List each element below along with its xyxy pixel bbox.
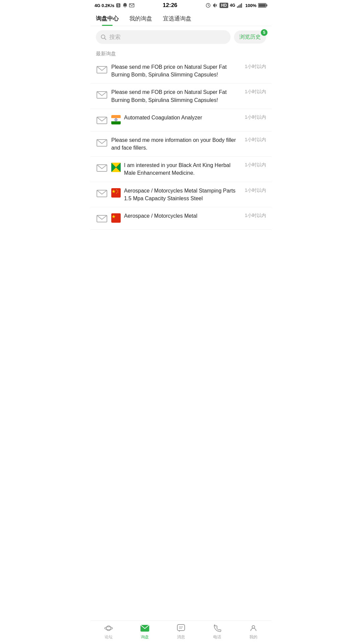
inquiry-content: Please send me more information on your … — [111, 136, 242, 152]
bell-icon — [122, 3, 128, 8]
svg-rect-9 — [241, 3, 242, 8]
inquiry-text: I am interested in your Black Ant King H… — [124, 162, 231, 176]
flag-china — [111, 188, 121, 198]
svg-point-22 — [116, 119, 116, 120]
browse-history-badge: 5 — [261, 29, 267, 36]
inquiry-text: Please send me FOB price on Natural Supe… — [111, 64, 227, 77]
svg-rect-12 — [266, 4, 267, 6]
search-icon — [101, 34, 107, 40]
svg-rect-11 — [258, 4, 265, 7]
list-item[interactable]: Automated Coagulation Analyzer 1小时以内 — [90, 109, 272, 131]
inquiry-text: Please send me FOB price on Natural Supe… — [111, 89, 227, 103]
svg-rect-6 — [237, 6, 238, 8]
inquiry-content: Aerospace / Motorcycles Metal — [124, 212, 242, 220]
mail-icon — [96, 213, 108, 225]
battery-percent: 100% — [245, 3, 256, 8]
svg-line-14 — [105, 38, 106, 40]
inquiry-time: 1小时以内 — [245, 64, 266, 70]
mail-icon — [96, 64, 108, 76]
tab-inquiry-center[interactable]: 询盘中心 — [96, 11, 119, 26]
search-row: 搜索 浏览历史 5 — [90, 26, 272, 48]
search-placeholder: 搜索 — [109, 33, 121, 41]
svg-rect-8 — [240, 4, 241, 8]
signal-bars — [237, 3, 244, 8]
hd-badge: HD — [220, 3, 228, 8]
status-time: 12:26 — [163, 2, 177, 9]
mail-icon — [96, 137, 108, 149]
svg-rect-18 — [111, 115, 121, 118]
inquiry-content: Aerospace / Motorcycles Metal Stamping P… — [124, 187, 242, 202]
svg-rect-20 — [111, 121, 121, 124]
section-title: 最新询盘 — [90, 48, 272, 58]
status-bar: 4G 0.2K/s S 12:26 HD 4G 100% — [90, 0, 272, 11]
svg-rect-7 — [238, 5, 239, 8]
inquiry-time: 1小时以内 — [245, 137, 266, 143]
inquiry-content: I am interested in your Black Ant King H… — [124, 161, 242, 177]
list-item[interactable]: Please send me FOB price on Natural Supe… — [90, 84, 272, 109]
svg-text:S: S — [117, 4, 120, 7]
inquiry-content: Please send me FOB price on Natural Supe… — [111, 88, 242, 104]
mail-icon — [96, 187, 108, 200]
status-left: 4G 0.2K/s S — [95, 3, 134, 8]
clock-icon — [205, 3, 211, 8]
browse-history-label: 浏览历史 — [239, 34, 261, 41]
mail-check-icon — [129, 3, 134, 8]
tab-selected-inquiry[interactable]: 宜选通询盘 — [163, 11, 191, 26]
mute-icon — [213, 3, 218, 8]
mail-icon — [96, 89, 108, 101]
inquiry-content: Automated Coagulation Analyzer — [124, 114, 242, 121]
inquiry-list: Please send me FOB price on Natural Supe… — [90, 58, 272, 254]
search-box[interactable]: 搜索 — [96, 30, 231, 44]
inquiry-text: Aerospace / Motorcycles Metal — [124, 213, 197, 219]
inquiry-text: Please send me more information on your … — [111, 137, 236, 151]
list-item[interactable]: Aerospace / Motorcycles Metal 1小时以内 — [90, 207, 272, 230]
inquiry-text: Aerospace / Motorcycles Metal Stamping P… — [124, 188, 236, 201]
inquiry-time: 1小时以内 — [245, 162, 266, 168]
list-item[interactable]: Please send me more information on your … — [90, 131, 272, 157]
flag-jamaica — [111, 163, 121, 172]
inquiry-time: 1小时以内 — [245, 187, 266, 194]
inquiry-time: 1小时以内 — [245, 213, 266, 219]
inquiry-text: Automated Coagulation Analyzer — [124, 115, 202, 120]
tab-bar: 询盘中心 我的询盘 宜选通询盘 — [90, 11, 272, 26]
flag-china-2 — [111, 213, 121, 223]
s-icon: S — [116, 3, 121, 8]
list-item[interactable]: Aerospace / Motorcycles Metal Stamping P… — [90, 182, 272, 207]
inquiry-time: 1小时以内 — [245, 114, 266, 120]
inquiry-content: Please send me FOB price on Natural Supe… — [111, 63, 242, 78]
4g-badge: 4G — [230, 3, 235, 8]
inquiry-time: 1小时以内 — [245, 89, 266, 95]
flag-india — [111, 115, 121, 124]
battery-icon — [258, 3, 267, 8]
mail-icon — [96, 162, 108, 174]
browse-history-button[interactable]: 浏览历史 5 — [234, 31, 266, 44]
tab-my-inquiry[interactable]: 我的询盘 — [129, 11, 152, 26]
mail-icon — [96, 114, 108, 126]
signal-text: 4G 0.2K/s — [95, 3, 114, 8]
status-right: HD 4G 100% — [205, 3, 267, 8]
list-item[interactable]: I am interested in your Black Ant King H… — [90, 157, 272, 182]
list-item[interactable]: Please send me FOB price on Natural Supe… — [90, 58, 272, 84]
